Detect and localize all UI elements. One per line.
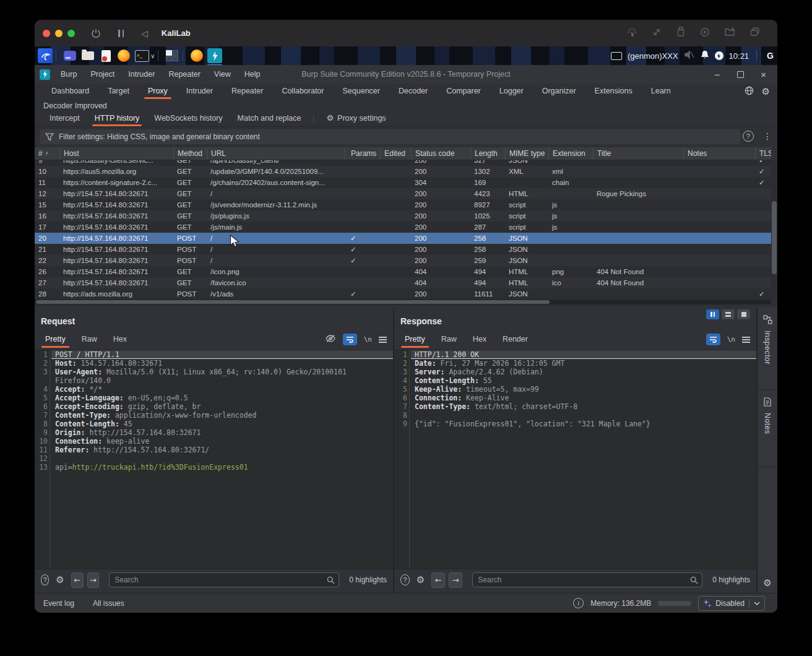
help-icon[interactable]: ? [743, 131, 754, 142]
restart-icon[interactable]: ◁ [141, 28, 148, 38]
history-row[interactable]: 28https://ads.mozilla.orgPOST/v1/ads✓200… [35, 288, 771, 300]
tab-organizer[interactable]: Organizer [533, 84, 585, 100]
line-content[interactable]: Firefox/140.0 [51, 376, 393, 385]
stacked-view-icon[interactable] [722, 309, 735, 319]
line-content[interactable]: Content-Length: 45 [51, 420, 393, 428]
minimize-traffic-light[interactable] [55, 30, 63, 37]
scrollbar-thumb[interactable] [36, 300, 550, 304]
column-header-number[interactable]: #∧ [35, 147, 59, 160]
tab-decoder-improved[interactable]: Decoder Improved [43, 101, 107, 110]
subtab-http-history[interactable]: HTTP history [87, 111, 147, 126]
line-content[interactable]: Origin: http://154.57.164.80:32671 [51, 428, 393, 437]
terminal-icon[interactable]: >_ [134, 48, 149, 63]
tab-learn[interactable]: Learn [642, 84, 680, 100]
minimize-icon[interactable]: − [714, 70, 720, 79]
column-header-title[interactable]: Title [593, 147, 683, 160]
line-content[interactable]: Content-Type: application/x-www-form-url… [51, 411, 393, 420]
more-options-icon[interactable]: ⋮ [763, 131, 772, 141]
subtab-intercept[interactable]: Intercept [42, 111, 87, 126]
tab-target[interactable]: Target [98, 84, 139, 100]
info-icon[interactable]: i [573, 598, 584, 608]
history-row[interactable]: 15http://154.57.164.80:32671GET/js/vendo… [35, 199, 771, 210]
response-editor[interactable]: 1HTTP/1.1 200 OK2Date: Fri, 27 Mar 2026 … [394, 350, 756, 569]
event-log-button[interactable]: Event log [43, 599, 74, 608]
column-header-mime-type[interactable]: MIME type [505, 147, 548, 160]
fullscreen-icon[interactable] [652, 27, 662, 40]
tab-decoder[interactable]: Decoder [389, 84, 437, 100]
history-row[interactable]: 22http://154.57.164.80:32671POST/✓200259… [35, 255, 771, 266]
split-view-icon[interactable] [706, 309, 719, 319]
line-content[interactable]: Server: Apache/2.4.62 (Debian) [411, 368, 756, 376]
hide-nonprintable-icon[interactable] [325, 334, 336, 345]
help-icon[interactable]: ? [400, 574, 410, 585]
history-row[interactable]: 26http://154.57.164.80:32671GET/icon.png… [35, 266, 771, 277]
history-row[interactable]: 17http://154.57.164.80:32671GET/js/main.… [35, 222, 771, 233]
response-search-input[interactable] [472, 572, 702, 587]
next-match-button[interactable]: → [87, 572, 100, 588]
tab-raw[interactable]: Raw [433, 332, 465, 348]
column-header-extension[interactable]: Extension [548, 147, 593, 160]
line-content[interactable]: Content-Length: 55 [411, 376, 756, 385]
power-manager-icon[interactable] [715, 51, 723, 60]
menu-help[interactable]: Help [238, 70, 267, 79]
line-content[interactable]: Connection: Keep-Alive [411, 394, 756, 402]
previous-match-button[interactable]: ← [431, 572, 445, 588]
line-content[interactable]: api=http://truckapi.htb/?id%3DFusionExpr… [51, 463, 393, 472]
ai-disabled-button[interactable]: Disabled [698, 596, 765, 611]
scrollbar-thumb[interactable] [772, 201, 777, 274]
globe-icon[interactable] [745, 86, 754, 98]
line-content[interactable]: HTTP/1.1 200 OK [411, 350, 756, 359]
table-horizontal-scrollbar[interactable] [35, 300, 771, 304]
display-icon[interactable] [611, 52, 622, 60]
line-content[interactable]: Host: 154.57.164.80:32671 [51, 359, 393, 368]
history-row[interactable]: 11https://content-signature-2.c...GET/g/… [35, 177, 771, 188]
line-content[interactable]: Date: Fri, 27 Mar 2026 16:12:05 GMT [411, 359, 756, 368]
column-header-edited[interactable]: Edited [380, 147, 411, 160]
history-row[interactable]: 20http://154.57.164.80:32671POST/✓200258… [35, 233, 771, 244]
notifications-icon[interactable] [701, 50, 709, 61]
history-row[interactable]: 27http://154.57.164.80:32671GET/favicon.… [35, 277, 771, 288]
clock[interactable]: 10:21 [729, 51, 749, 61]
next-match-button[interactable]: → [449, 572, 462, 588]
windows-icon[interactable] [750, 27, 760, 39]
power-icon[interactable] [91, 28, 101, 38]
disc-icon[interactable] [700, 27, 710, 40]
subtab-websockets-history[interactable]: WebSockets history [147, 111, 230, 126]
column-header-url[interactable]: URL [207, 147, 344, 160]
workspace-switcher[interactable] [165, 48, 179, 63]
line-content[interactable]: Accept: */* [51, 385, 393, 394]
tab-dashboard[interactable]: Dashboard [42, 84, 98, 100]
column-header-method[interactable]: Method [173, 147, 207, 160]
all-issues-button[interactable]: All issues [93, 599, 124, 608]
subtab-match-and-replace[interactable]: Match and replace [230, 111, 309, 126]
menu-project[interactable]: Project [84, 70, 121, 79]
tab-render[interactable]: Render [495, 332, 536, 348]
shared-folder-icon[interactable] [725, 27, 735, 39]
usb-icon[interactable] [676, 27, 685, 40]
close-traffic-light[interactable] [43, 30, 50, 37]
column-header-host[interactable]: Host [59, 147, 173, 160]
history-row[interactable]: 10https://aus5.mozilla.orgGET/update/3/G… [35, 166, 771, 177]
line-content[interactable]: Connection: keep-alive [51, 437, 393, 446]
line-content[interactable] [51, 454, 393, 463]
column-header-tls[interactable]: TLS [755, 147, 771, 160]
tab-comparer[interactable]: Comparer [437, 84, 490, 100]
burp-window-icon[interactable] [207, 48, 222, 63]
settings-gear-icon[interactable]: ⚙ [762, 87, 770, 97]
help-icon[interactable]: ? [41, 574, 49, 585]
subtab-proxy-settings[interactable]: ⚙Proxy settings [319, 111, 393, 126]
close-icon[interactable]: × [761, 72, 766, 77]
logout-icon[interactable]: G [767, 51, 774, 61]
history-row[interactable]: 16http://154.57.164.80:32671GET/js/plugi… [35, 210, 771, 222]
line-content[interactable] [411, 411, 756, 420]
history-row[interactable]: 21http://154.57.164.80:32671POST/✓200258… [35, 244, 771, 255]
kali-menu-icon[interactable] [38, 48, 53, 63]
line-content[interactable]: POST / HTTP/1.1 [51, 350, 393, 359]
line-content[interactable]: Referer: http://154.57.164.80:32671/ [51, 446, 393, 454]
table-vertical-scrollbar[interactable] [771, 160, 777, 300]
request-search-input[interactable] [109, 572, 339, 587]
firefox-launcher-icon[interactable] [116, 48, 131, 63]
single-view-icon[interactable] [737, 309, 750, 319]
column-header-status-code[interactable]: Status code [411, 147, 470, 160]
software-icon[interactable] [63, 48, 77, 63]
